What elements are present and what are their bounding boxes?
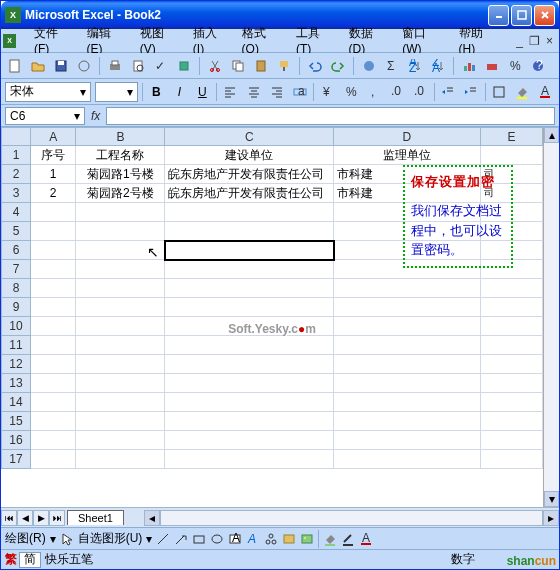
font-name-box[interactable]: 宋体 ▾ (5, 82, 91, 102)
sort-desc-icon[interactable]: ZA (428, 56, 448, 76)
currency-icon[interactable]: ¥ (318, 82, 337, 102)
doc-close-button[interactable]: × (546, 34, 553, 48)
clipart-icon[interactable] (282, 532, 296, 546)
comma-icon[interactable]: , (364, 82, 383, 102)
cell[interactable] (30, 336, 76, 355)
cell[interactable] (334, 355, 481, 374)
preview-icon[interactable] (128, 56, 148, 76)
cell[interactable] (30, 260, 76, 279)
doc-minimize-button[interactable]: _ (516, 34, 523, 48)
merge-center-icon[interactable]: a (290, 82, 309, 102)
maximize-button[interactable] (511, 5, 532, 26)
spelling-icon[interactable]: ✓ (151, 56, 171, 76)
row-header[interactable]: 1 (2, 146, 31, 165)
cell[interactable] (165, 298, 334, 317)
row-header[interactable]: 13 (2, 374, 31, 393)
open-icon[interactable] (28, 56, 48, 76)
cell[interactable] (480, 317, 542, 336)
cell[interactable] (30, 450, 76, 469)
increase-decimal-icon[interactable]: .0 (387, 82, 406, 102)
row-header[interactable]: 9 (2, 298, 31, 317)
format-painter-icon[interactable] (274, 56, 294, 76)
cell[interactable] (334, 393, 481, 412)
decrease-decimal-icon[interactable]: .0 (411, 82, 430, 102)
fill-color-icon[interactable] (513, 82, 532, 102)
cell[interactable] (30, 412, 76, 431)
cell[interactable] (30, 241, 76, 260)
row-header[interactable]: 2 (2, 165, 31, 184)
undo-icon[interactable] (305, 56, 325, 76)
scroll-left-icon[interactable]: ◂ (144, 510, 160, 526)
cell[interactable] (334, 317, 481, 336)
fill-color-icon[interactable] (323, 532, 337, 546)
new-icon[interactable] (5, 56, 25, 76)
cell[interactable] (334, 450, 481, 469)
cell[interactable] (76, 279, 165, 298)
select-all-corner[interactable] (2, 128, 31, 146)
cell[interactable] (76, 203, 165, 222)
drawing-toggle-icon[interactable] (482, 56, 502, 76)
cell[interactable] (480, 336, 542, 355)
cell[interactable]: 监理单位 (334, 146, 481, 165)
help-icon[interactable]: ? (528, 56, 548, 76)
zoom-dropdown[interactable]: % (505, 56, 525, 76)
ime-mode[interactable]: 简 (19, 552, 41, 568)
cell[interactable]: 菊园路2号楼 (76, 184, 165, 203)
col-header-E[interactable]: E (480, 128, 542, 146)
diagram-icon[interactable] (264, 532, 278, 546)
cell[interactable] (76, 222, 165, 241)
cell[interactable] (480, 298, 542, 317)
cell[interactable] (480, 412, 542, 431)
scroll-up-icon[interactable]: ▴ (544, 127, 559, 143)
cell[interactable]: 2 (30, 184, 76, 203)
formula-input[interactable] (106, 107, 555, 125)
cell[interactable] (165, 374, 334, 393)
cell[interactable] (334, 336, 481, 355)
hyperlink-icon[interactable] (359, 56, 379, 76)
name-box[interactable]: C6 ▾ (5, 107, 85, 125)
scroll-track[interactable] (160, 510, 543, 526)
row-header[interactable]: 16 (2, 431, 31, 450)
row-header[interactable]: 4 (2, 203, 31, 222)
line-icon[interactable] (156, 532, 170, 546)
autosum-icon[interactable]: Σ (382, 56, 402, 76)
cell[interactable] (165, 355, 334, 374)
scroll-track[interactable] (544, 143, 559, 491)
wordart-icon[interactable]: A (246, 532, 260, 546)
col-header-D[interactable]: D (334, 128, 481, 146)
cell[interactable] (165, 203, 334, 222)
italic-button[interactable]: I (170, 82, 189, 102)
cell[interactable] (76, 450, 165, 469)
cell[interactable] (480, 279, 542, 298)
cell[interactable] (30, 298, 76, 317)
percent-icon[interactable]: % (341, 82, 360, 102)
permission-icon[interactable] (74, 56, 94, 76)
cell[interactable]: 皖东房地产开发有限责任公司 (165, 184, 334, 203)
cell[interactable] (334, 298, 481, 317)
cut-icon[interactable] (205, 56, 225, 76)
bold-button[interactable]: B (147, 82, 166, 102)
increase-indent-icon[interactable] (462, 82, 481, 102)
col-header-A[interactable]: A (30, 128, 76, 146)
cell[interactable] (334, 412, 481, 431)
cell[interactable]: 序号 (30, 146, 76, 165)
save-icon[interactable] (51, 56, 71, 76)
tab-nav-last-icon[interactable]: ⏭ (49, 510, 65, 526)
cell[interactable] (334, 374, 481, 393)
cell[interactable] (165, 279, 334, 298)
row-header[interactable]: 3 (2, 184, 31, 203)
tab-nav-prev-icon[interactable]: ◀ (17, 510, 33, 526)
fx-label[interactable]: fx (91, 109, 100, 123)
align-right-icon[interactable] (267, 82, 286, 102)
cell[interactable] (76, 393, 165, 412)
font-color-icon[interactable]: A (536, 82, 555, 102)
oval-icon[interactable] (210, 532, 224, 546)
cell[interactable] (76, 336, 165, 355)
scroll-down-icon[interactable]: ▾ (544, 491, 559, 507)
row-header[interactable]: 15 (2, 412, 31, 431)
font-color-icon[interactable]: A (359, 532, 373, 546)
print-icon[interactable] (105, 56, 125, 76)
scroll-right-icon[interactable]: ▸ (543, 510, 559, 526)
active-cell-C6[interactable] (165, 241, 334, 260)
cell[interactable] (334, 431, 481, 450)
